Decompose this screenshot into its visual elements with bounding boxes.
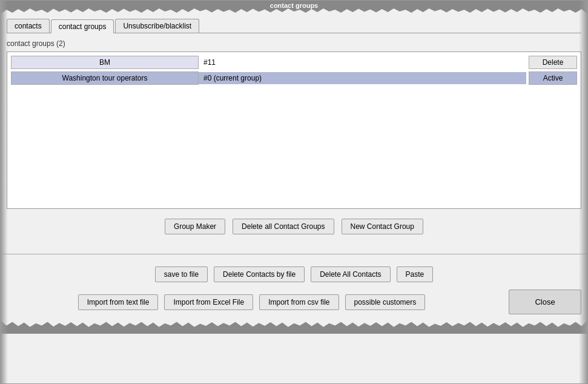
contact-groups-box: BM #11 Delete Washington tour operators …: [7, 51, 581, 209]
section-divider: [1, 254, 587, 254]
group-id-washington: #0 (current group): [199, 72, 526, 84]
import-text-button[interactable]: Import from text file: [78, 294, 159, 310]
bottom-buttons-row1: save to file Delete Contacts by file Del…: [7, 266, 581, 282]
new-contact-group-button[interactable]: New Contact Group: [342, 219, 423, 234]
group-name-washington[interactable]: Washington tour operators: [11, 71, 199, 85]
group-action-buttons: Group Maker Delete all Contact Groups Ne…: [7, 219, 581, 234]
possible-customers-button[interactable]: possible customers: [345, 294, 426, 310]
import-excel-button[interactable]: Import from Excel File: [164, 294, 253, 310]
tab-contact-groups[interactable]: contact groups: [51, 19, 114, 33]
table-row: BM #11 Delete: [11, 56, 577, 69]
tab-bar: contacts contact groups Unsubscribe/blac…: [7, 19, 581, 33]
tab-contacts[interactable]: contacts: [7, 19, 50, 33]
group-id-bm: #11: [199, 56, 526, 68]
tab-content-contact-groups: contact groups (2) BM #11 Delete Washing…: [7, 33, 581, 248]
import-csv-button[interactable]: Import from csv file: [259, 294, 339, 310]
tab-unsubscribe[interactable]: Unsubscribe/blacklist: [115, 19, 199, 33]
group-maker-button[interactable]: Group Maker: [165, 219, 225, 234]
window-title: contact groups: [270, 2, 318, 9]
torn-bottom: [1, 320, 587, 334]
close-button[interactable]: Close: [509, 290, 581, 314]
delete-contacts-by-file-button[interactable]: Delete Contacts by file: [214, 266, 305, 282]
save-to-file-button[interactable]: save to file: [155, 266, 208, 282]
active-group-button[interactable]: Active: [529, 71, 577, 85]
paste-button[interactable]: Paste: [397, 266, 434, 282]
table-row: Washington tour operators #0 (current gr…: [11, 71, 577, 85]
bottom-section: save to file Delete Contacts by file Del…: [1, 260, 587, 320]
delete-all-contacts-button[interactable]: Delete All Contacts: [311, 266, 390, 282]
delete-group-bm-button[interactable]: Delete: [529, 56, 577, 69]
delete-all-contact-groups-button[interactable]: Delete all Contact Groups: [233, 219, 334, 234]
group-name-bm[interactable]: BM: [11, 56, 199, 69]
bottom-buttons-row2: Import from text file Import from Excel …: [7, 294, 497, 310]
contact-groups-label: contact groups (2): [7, 39, 581, 48]
